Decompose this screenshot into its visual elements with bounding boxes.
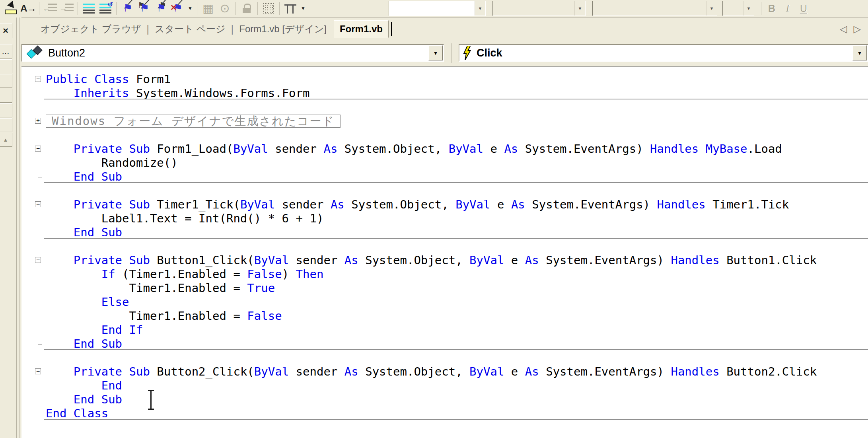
code-line[interactable]	[21, 128, 868, 142]
fold-end-marker	[38, 344, 42, 345]
code-line[interactable]	[21, 184, 868, 198]
tab-scroll-left-button[interactable]: ◁	[840, 23, 847, 35]
create-element-button[interactable]	[3, 1, 20, 16]
prev-bookmark-button[interactable]: ⚑	[152, 1, 169, 16]
procedure-separator	[44, 238, 868, 239]
code-line-text: Else	[21, 296, 868, 309]
tab-caret	[391, 22, 392, 36]
code-line[interactable]: Randomize()	[21, 156, 868, 170]
fold-end-marker	[38, 414, 43, 414]
table-dropdown-button[interactable]: ▼	[299, 1, 307, 16]
style-combo-value	[389, 1, 475, 16]
decrease-indent-icon	[43, 4, 57, 13]
pane-item-button[interactable]	[0, 74, 12, 88]
code-line[interactable]: End If	[21, 323, 868, 337]
toggle-bookmark-button[interactable]	[119, 1, 136, 16]
code-line[interactable]	[21, 240, 868, 254]
collapsed-region-box[interactable]: Windows フォーム デザイナで生成されたコード	[46, 115, 341, 128]
code-line[interactable]: +Windows フォーム デザイナで生成されたコード	[21, 115, 868, 128]
code-line[interactable]: − Private Sub Form1_Load(ByVal sender As…	[21, 142, 868, 156]
code-line[interactable]	[21, 351, 868, 365]
uncomment-lines-button[interactable]: ↺	[97, 1, 114, 16]
extra-combo: ▼	[722, 1, 754, 16]
procedure-separator	[44, 349, 868, 350]
code-line-text: Randomize()	[21, 156, 868, 169]
left-pane-strip: × … ▲	[0, 18, 15, 438]
chevron-down-icon: ▼	[706, 1, 717, 16]
toolbar-separator	[39, 2, 39, 15]
next-bookmark-button[interactable]: ⚑	[136, 1, 152, 16]
tab-object-browser[interactable]: オブジェクト ブラウザ	[37, 23, 145, 35]
font-size-combo: ▼	[592, 1, 717, 16]
code-line[interactable]: − Private Sub Button2_Click(ByVal sender…	[21, 365, 868, 379]
procedure-separator	[44, 99, 868, 99]
tab-scroll-right-button[interactable]: ▷	[854, 23, 861, 35]
pane-item-button[interactable]	[0, 103, 12, 117]
pane-item-button[interactable]	[0, 118, 12, 132]
outline-line	[38, 82, 38, 414]
decrease-indent-button	[42, 1, 58, 16]
show-glyphs-button: ⊙	[216, 1, 233, 16]
fold-end-marker	[38, 177, 42, 177]
event-combo-dropdown-button[interactable]: ▼	[852, 45, 867, 60]
tab-scroll-buttons: ◁ ▷	[840, 23, 861, 35]
code-line-text: Private Sub Timer1_Tick(ByVal sender As …	[21, 198, 868, 211]
code-line[interactable]: If (Timer1.Enabled = False) Then	[21, 268, 868, 282]
code-line[interactable]: Label1.Text = Int(Rnd() * 6 + 1)	[21, 212, 868, 226]
bookmarks-dropdown-button[interactable]: ▼	[186, 1, 195, 16]
object-combo[interactable]: Button2 ▼	[21, 44, 444, 62]
toolbar-separator	[761, 2, 761, 15]
bookmark-next-icon: ⚑	[138, 2, 150, 15]
pointer-ruler-icon	[5, 2, 18, 14]
chevron-down-icon: ▼	[574, 1, 585, 16]
clear-bookmarks-button[interactable]: ✕	[169, 1, 186, 16]
code-rows: −Public Class Form1 Inherits System.Wind…	[21, 73, 868, 438]
chevron-down-icon: ▼	[301, 6, 306, 11]
pane-item-button[interactable]	[0, 89, 12, 103]
code-line[interactable]: Timer1.Enabled = True	[21, 282, 868, 296]
convert-text-button[interactable]: A→	[20, 1, 37, 16]
code-line[interactable]: Timer1.Enabled = False	[21, 310, 868, 323]
code-line-text: End Sub	[21, 170, 868, 183]
scroll-up-button[interactable]: ▲	[0, 133, 12, 147]
object-combo-value: Button2	[48, 47, 85, 59]
event-combo-value: Click	[477, 47, 502, 59]
uncomment-arrow-icon: ↺	[108, 1, 113, 8]
code-line[interactable]	[21, 101, 868, 115]
tab-form1vb-code[interactable]: Form1.vb	[334, 20, 389, 38]
code-text-area[interactable]: −Public Class Form1 Inherits System.Wind…	[21, 66, 868, 438]
code-line-text: Private Sub Form1_Load(ByVal sender As S…	[21, 142, 868, 156]
table-icon	[284, 3, 296, 14]
pane-item-button[interactable]	[0, 59, 12, 73]
insert-table-button[interactable]	[282, 1, 299, 16]
code-line-text: Private Sub Button1_Click(ByVal sender A…	[21, 254, 868, 267]
code-line-text: Timer1.Enabled = False	[21, 310, 868, 323]
event-combo[interactable]: Click ▼	[459, 44, 868, 62]
style-combo[interactable]: ▼	[389, 1, 486, 16]
comment-lines-icon	[83, 3, 95, 14]
borders-grid-icon	[263, 3, 274, 14]
chevron-down-icon: ▼	[743, 1, 754, 16]
italic-button: I	[780, 2, 796, 15]
chevron-down-icon[interactable]: ▼	[475, 1, 485, 16]
element-grid-icon: ▦	[202, 2, 214, 14]
object-combo-dropdown-button[interactable]: ▼	[428, 45, 443, 60]
code-line[interactable]: − Private Sub Button1_Click(ByVal sender…	[21, 254, 868, 268]
code-editor-pane: オブジェクト ブラウザ | スタート ページ | Form1.vb [デザイン]…	[21, 18, 868, 438]
pane-divider	[19, 18, 19, 438]
comment-lines-button[interactable]	[80, 1, 97, 16]
tab-start-page[interactable]: スタート ページ	[151, 23, 229, 35]
bold-button: B	[764, 2, 780, 15]
show-borders-button[interactable]	[260, 1, 277, 16]
ibeam-cursor	[147, 390, 154, 410]
code-line[interactable]: −Public Class Form1	[21, 73, 868, 87]
code-line[interactable]: Else	[21, 296, 868, 310]
close-pane-button[interactable]: ×	[0, 23, 12, 38]
more-items-button[interactable]: …	[0, 45, 12, 58]
fold-collapse-icon[interactable]: −	[35, 76, 41, 82]
element-grid-button: ▦	[200, 1, 216, 16]
lock-icon	[243, 4, 251, 13]
code-line[interactable]: − Private Sub Timer1_Tick(ByVal sender A…	[21, 198, 868, 212]
tab-form1vb-design[interactable]: Form1.vb [デザイン]	[235, 23, 331, 35]
code-line-text: End Sub	[21, 226, 868, 239]
